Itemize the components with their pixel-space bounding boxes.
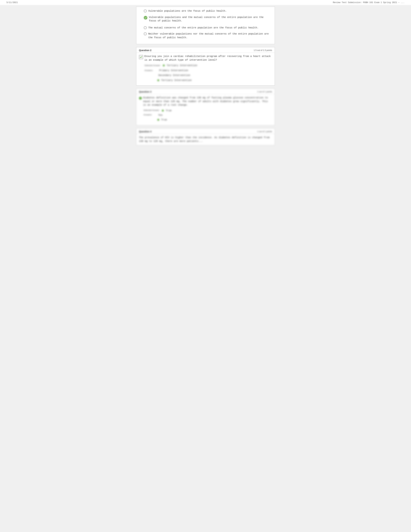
svg-point-0 xyxy=(144,16,147,19)
answer-text: Vulnerable populations are the focus of … xyxy=(148,9,227,13)
list-item: The mutual concerns of the entire popula… xyxy=(144,26,272,30)
answer-text: True xyxy=(166,109,171,113)
question-body: The prevalence of HIV is higher than the… xyxy=(136,134,275,145)
answer-text: True xyxy=(161,118,167,122)
answer-options: Selected Answer: True Answers: Yes True xyxy=(143,109,272,122)
checkbox-icon xyxy=(139,55,143,59)
question-text-area: Ensuring you join a cardiac rehabilitati… xyxy=(139,55,272,62)
list-item: Neither vulnerable populations nor the m… xyxy=(144,32,272,40)
answer-label: Answers: xyxy=(143,114,152,116)
question-text: Diabetes definition was changed from 130… xyxy=(143,96,272,107)
answer-radio xyxy=(144,26,147,29)
question-points: 1 out of 1 points xyxy=(257,130,272,133)
question-header: Question 2 1.5 out of 1.5 points xyxy=(136,47,275,53)
checkmark-small-icon xyxy=(140,56,142,58)
answer-text: Tertiary Intervention xyxy=(167,64,197,67)
question-header: Question 4 1 out of 1 points xyxy=(136,128,275,134)
answer-text: Neither vulnerable populations nor the m… xyxy=(148,32,272,39)
question-body: Ensuring you join a cardiac rehabilitati… xyxy=(136,53,275,86)
page-content: Vulnerable populations are the focus of … xyxy=(133,5,278,155)
list-item: Answers: Primary Intervention xyxy=(144,69,272,73)
question-body: Diabetes definition was changed from 130… xyxy=(136,94,275,125)
question-block-q3: Question 3 1 out of 1 points Diabetes de… xyxy=(136,88,275,125)
list-item: True xyxy=(157,118,272,122)
question-points: 1.5 out of 1.5 points xyxy=(254,49,272,51)
list-item: Answers: Yes xyxy=(143,114,272,117)
question-block-q4: Question 4 1 out of 1 points The prevale… xyxy=(136,128,275,145)
question-block-q2: Question 2 1.5 out of 1.5 points Ensurin… xyxy=(136,47,275,86)
answer-label: Answers: xyxy=(144,69,153,72)
question-text-area: Diabetes definition was changed from 130… xyxy=(139,96,272,107)
question-title: Question 2 xyxy=(139,49,151,52)
question-header: Question 3 1 out of 1 points xyxy=(136,89,275,94)
correct-check-icon xyxy=(144,16,147,19)
list-item: Selected Answer: Tertiary Intervention xyxy=(144,64,272,67)
page-header: 5/11/2021 Review Test Submission: PUBH 1… xyxy=(0,0,411,5)
question-text: Ensuring you join a cardiac rehabilitati… xyxy=(144,55,272,62)
continuation-answer-list: Vulnerable populations are the focus of … xyxy=(144,9,272,40)
green-dot-icon xyxy=(163,65,165,66)
answer-text: Primary Intervention xyxy=(159,69,188,73)
list-item: Vulnerable populations and the mutual co… xyxy=(144,15,272,23)
answer-radio xyxy=(144,10,147,12)
question-title: Question 4 xyxy=(139,130,151,133)
answer-label: Selected Answer: xyxy=(144,64,160,66)
answer-text: Vulnerable populations and the mutual co… xyxy=(149,16,272,23)
green-dot-icon xyxy=(157,119,159,121)
answer-options: Selected Answer: Tertiary Intervention A… xyxy=(144,64,272,82)
answer-text: The mutual concerns of the entire popula… xyxy=(148,26,259,30)
question-points: 1 out of 1 points xyxy=(257,90,272,93)
answer-text: Tertiary Intervention xyxy=(161,79,192,82)
continuation-block: Vulnerable populations are the focus of … xyxy=(136,7,275,44)
answer-radio xyxy=(144,32,147,35)
list-item: Vulnerable populations are the focus of … xyxy=(144,9,272,13)
answer-label: Selected Answer: xyxy=(143,109,159,111)
answer-text: Secondary Intervention xyxy=(158,74,190,77)
green-dot-icon xyxy=(139,97,142,100)
list-item: Selected Answer: True xyxy=(143,109,272,113)
green-dot-icon xyxy=(157,79,159,81)
list-item: Secondary Intervention xyxy=(158,74,272,77)
question-title: Question 3 xyxy=(139,90,151,93)
header-date: 5/11/2021 xyxy=(6,1,18,4)
answer-text: Yes xyxy=(158,114,162,117)
header-title: Review Test Submission: PUBH 101 Exam 1 … xyxy=(333,1,405,4)
green-dot-icon xyxy=(162,110,164,112)
question-text: The prevalence of HIV is higher than the… xyxy=(139,136,270,143)
list-item: Tertiary Intervention xyxy=(157,79,272,82)
